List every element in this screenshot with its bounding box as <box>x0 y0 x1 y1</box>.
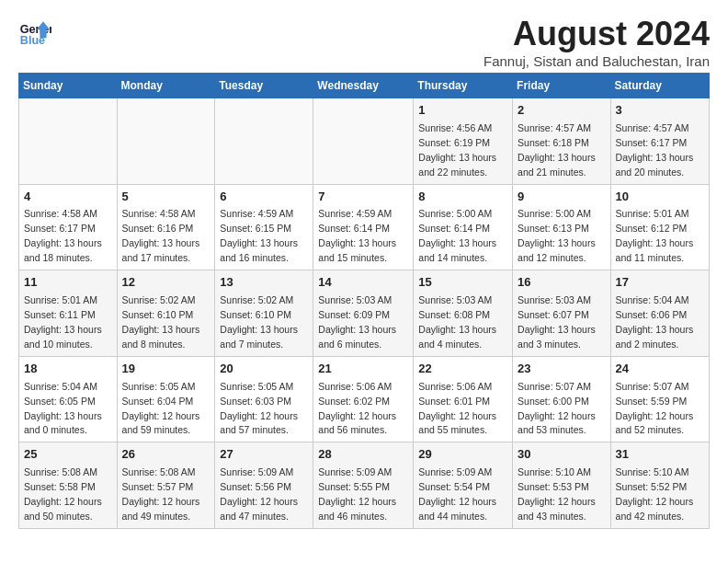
day-number: 18 <box>24 361 112 378</box>
day-number: 27 <box>220 446 308 464</box>
day-info: Sunrise: 4:58 AM Sunset: 6:17 PM Dayligh… <box>24 208 102 263</box>
page-header: General Blue August 2024 Fannuj, Sistan … <box>18 15 710 69</box>
calendar-day-cell: 29Sunrise: 5:09 AM Sunset: 5:54 PM Dayli… <box>414 442 513 529</box>
day-number: 4 <box>24 189 112 206</box>
calendar-day-cell: 18Sunrise: 5:04 AM Sunset: 6:05 PM Dayli… <box>19 356 118 442</box>
weekday-header-cell: Sunday <box>19 74 118 98</box>
day-info: Sunrise: 5:01 AM Sunset: 6:12 PM Dayligh… <box>616 208 694 263</box>
day-number: 30 <box>518 446 606 464</box>
calendar-day-cell: 25Sunrise: 5:08 AM Sunset: 5:58 PM Dayli… <box>19 442 118 529</box>
calendar-day-cell <box>117 98 215 185</box>
day-number: 16 <box>518 274 606 292</box>
calendar-day-cell: 10Sunrise: 5:01 AM Sunset: 6:12 PM Dayli… <box>610 184 709 270</box>
weekday-header-row: SundayMondayTuesdayWednesdayThursdayFrid… <box>19 74 710 98</box>
day-info: Sunrise: 4:59 AM Sunset: 6:15 PM Dayligh… <box>220 208 298 263</box>
day-number: 28 <box>318 446 408 464</box>
day-info: Sunrise: 5:03 AM Sunset: 6:08 PM Dayligh… <box>418 294 496 350</box>
day-info: Sunrise: 4:57 AM Sunset: 6:18 PM Dayligh… <box>518 122 596 178</box>
calendar-week-row: 25Sunrise: 5:08 AM Sunset: 5:58 PM Dayli… <box>19 442 710 529</box>
day-info: Sunrise: 5:00 AM Sunset: 6:14 PM Dayligh… <box>418 208 496 263</box>
day-number: 23 <box>518 361 606 378</box>
calendar-day-cell: 22Sunrise: 5:06 AM Sunset: 6:01 PM Dayli… <box>414 356 513 442</box>
calendar-day-cell: 6Sunrise: 4:59 AM Sunset: 6:15 PM Daylig… <box>215 184 313 270</box>
day-number: 1 <box>418 102 507 120</box>
calendar-day-cell: 12Sunrise: 5:02 AM Sunset: 6:10 PM Dayli… <box>117 270 215 357</box>
day-info: Sunrise: 5:07 AM Sunset: 6:00 PM Dayligh… <box>518 381 596 436</box>
weekday-header-cell: Friday <box>513 74 611 98</box>
day-number: 8 <box>418 189 507 206</box>
day-number: 29 <box>418 446 507 464</box>
day-info: Sunrise: 5:07 AM Sunset: 5:59 PM Dayligh… <box>616 381 694 436</box>
calendar-day-cell: 31Sunrise: 5:10 AM Sunset: 5:52 PM Dayli… <box>610 442 709 529</box>
calendar-table: SundayMondayTuesdayWednesdayThursdayFrid… <box>18 73 710 529</box>
title-area: August 2024 Fannuj, Sistan and Baluchest… <box>483 15 710 69</box>
month-title: August 2024 <box>483 15 710 53</box>
day-info: Sunrise: 5:08 AM Sunset: 5:58 PM Dayligh… <box>24 466 102 522</box>
calendar-day-cell: 17Sunrise: 5:04 AM Sunset: 6:06 PM Dayli… <box>610 270 709 357</box>
day-number: 12 <box>122 274 210 292</box>
calendar-day-cell: 13Sunrise: 5:02 AM Sunset: 6:10 PM Dayli… <box>215 270 313 357</box>
calendar-day-cell: 16Sunrise: 5:03 AM Sunset: 6:07 PM Dayli… <box>513 270 611 357</box>
day-info: Sunrise: 5:09 AM Sunset: 5:55 PM Dayligh… <box>318 466 396 522</box>
calendar-day-cell <box>19 98 118 185</box>
day-info: Sunrise: 5:05 AM Sunset: 6:03 PM Dayligh… <box>220 381 298 436</box>
calendar-day-cell: 5Sunrise: 4:58 AM Sunset: 6:16 PM Daylig… <box>117 184 215 270</box>
calendar-day-cell: 7Sunrise: 4:59 AM Sunset: 6:14 PM Daylig… <box>313 184 414 270</box>
day-number: 17 <box>616 274 704 292</box>
day-info: Sunrise: 5:04 AM Sunset: 6:05 PM Dayligh… <box>24 381 102 436</box>
day-number: 13 <box>220 274 308 292</box>
calendar-week-row: 1Sunrise: 4:56 AM Sunset: 6:19 PM Daylig… <box>19 98 710 185</box>
day-number: 9 <box>518 189 606 206</box>
day-number: 14 <box>318 274 408 292</box>
weekday-header-cell: Tuesday <box>215 74 313 98</box>
day-info: Sunrise: 5:09 AM Sunset: 5:54 PM Dayligh… <box>418 466 496 522</box>
day-number: 11 <box>24 274 112 292</box>
calendar-day-cell: 23Sunrise: 5:07 AM Sunset: 6:00 PM Dayli… <box>513 356 611 442</box>
calendar-body: 1Sunrise: 4:56 AM Sunset: 6:19 PM Daylig… <box>19 98 710 529</box>
calendar-day-cell: 11Sunrise: 5:01 AM Sunset: 6:11 PM Dayli… <box>19 270 118 357</box>
day-info: Sunrise: 5:04 AM Sunset: 6:06 PM Dayligh… <box>616 294 694 350</box>
calendar-day-cell: 3Sunrise: 4:57 AM Sunset: 6:17 PM Daylig… <box>610 98 709 185</box>
day-number: 10 <box>616 189 704 206</box>
day-info: Sunrise: 5:00 AM Sunset: 6:13 PM Dayligh… <box>518 208 596 263</box>
day-info: Sunrise: 5:02 AM Sunset: 6:10 PM Dayligh… <box>220 294 298 350</box>
day-number: 22 <box>418 361 507 378</box>
day-info: Sunrise: 4:59 AM Sunset: 6:14 PM Dayligh… <box>318 208 396 263</box>
calendar-day-cell: 1Sunrise: 4:56 AM Sunset: 6:19 PM Daylig… <box>414 98 513 185</box>
calendar-day-cell: 2Sunrise: 4:57 AM Sunset: 6:18 PM Daylig… <box>513 98 611 185</box>
logo: General Blue <box>18 15 51 48</box>
calendar-week-row: 11Sunrise: 5:01 AM Sunset: 6:11 PM Dayli… <box>19 270 710 357</box>
day-info: Sunrise: 5:06 AM Sunset: 6:01 PM Dayligh… <box>418 381 496 436</box>
weekday-header-cell: Wednesday <box>313 74 414 98</box>
calendar-week-row: 18Sunrise: 5:04 AM Sunset: 6:05 PM Dayli… <box>19 356 710 442</box>
calendar-day-cell: 15Sunrise: 5:03 AM Sunset: 6:08 PM Dayli… <box>414 270 513 357</box>
day-number: 6 <box>220 189 308 206</box>
calendar-day-cell: 30Sunrise: 5:10 AM Sunset: 5:53 PM Dayli… <box>513 442 611 529</box>
calendar-day-cell <box>215 98 313 185</box>
day-info: Sunrise: 4:57 AM Sunset: 6:17 PM Dayligh… <box>616 122 694 178</box>
day-number: 5 <box>122 189 210 206</box>
calendar-day-cell <box>313 98 414 185</box>
calendar-day-cell: 27Sunrise: 5:09 AM Sunset: 5:56 PM Dayli… <box>215 442 313 529</box>
calendar-day-cell: 19Sunrise: 5:05 AM Sunset: 6:04 PM Dayli… <box>117 356 215 442</box>
weekday-header-cell: Thursday <box>414 74 513 98</box>
day-number: 7 <box>318 189 408 206</box>
day-info: Sunrise: 5:03 AM Sunset: 6:07 PM Dayligh… <box>518 294 596 350</box>
day-info: Sunrise: 4:56 AM Sunset: 6:19 PM Dayligh… <box>418 122 496 178</box>
calendar-week-row: 4Sunrise: 4:58 AM Sunset: 6:17 PM Daylig… <box>19 184 710 270</box>
calendar-day-cell: 21Sunrise: 5:06 AM Sunset: 6:02 PM Dayli… <box>313 356 414 442</box>
day-number: 31 <box>616 446 704 464</box>
weekday-header-cell: Monday <box>117 74 215 98</box>
day-number: 15 <box>418 274 507 292</box>
day-info: Sunrise: 5:10 AM Sunset: 5:52 PM Dayligh… <box>616 466 694 522</box>
day-info: Sunrise: 5:06 AM Sunset: 6:02 PM Dayligh… <box>318 381 396 436</box>
location-subtitle: Fannuj, Sistan and Baluchestan, Iran <box>483 53 710 69</box>
calendar-day-cell: 14Sunrise: 5:03 AM Sunset: 6:09 PM Dayli… <box>313 270 414 357</box>
day-info: Sunrise: 5:01 AM Sunset: 6:11 PM Dayligh… <box>24 294 102 350</box>
day-info: Sunrise: 5:03 AM Sunset: 6:09 PM Dayligh… <box>318 294 396 350</box>
day-number: 24 <box>616 361 704 378</box>
day-info: Sunrise: 5:10 AM Sunset: 5:53 PM Dayligh… <box>518 466 596 522</box>
calendar-day-cell: 8Sunrise: 5:00 AM Sunset: 6:14 PM Daylig… <box>414 184 513 270</box>
day-info: Sunrise: 5:08 AM Sunset: 5:57 PM Dayligh… <box>122 466 200 522</box>
day-info: Sunrise: 4:58 AM Sunset: 6:16 PM Dayligh… <box>122 208 200 263</box>
